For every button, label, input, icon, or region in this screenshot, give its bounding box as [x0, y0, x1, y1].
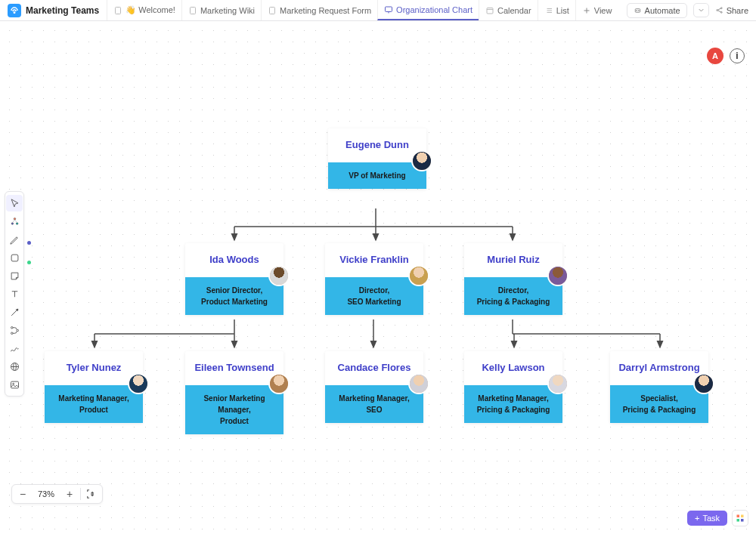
view-tabs: 👋 Welcome! Marketing Wiki Marketing Requ… — [107, 0, 618, 20]
tab-wiki[interactable]: Marketing Wiki — [181, 0, 261, 20]
share-label: Share — [727, 6, 748, 15]
svg-rect-1 — [116, 7, 121, 14]
org-chart: Eugene Dunn VP of Marketing Ida Woods Se… — [0, 21, 756, 534]
svg-rect-6 — [487, 8, 493, 14]
whiteboard-icon — [384, 5, 393, 14]
whiteboard-canvas[interactable]: A i − 73% + + Task — [0, 21, 756, 534]
node-title: VP of Marketing — [328, 162, 426, 189]
node-title: Specialist,Pricing & Packaging — [610, 385, 708, 423]
tab-label: View — [594, 6, 612, 15]
top-right-controls: Automate Share — [627, 3, 748, 18]
tab-label: Marketing Request Form — [280, 6, 371, 15]
org-node-eileen[interactable]: Eileen Townsend Senior Marketing Manager… — [185, 351, 284, 434]
svg-rect-3 — [270, 7, 275, 14]
avatar — [411, 150, 432, 171]
tab-label: Calendar — [497, 6, 531, 15]
node-title: Senior Director,Product Marketing — [185, 277, 284, 315]
svg-point-15 — [638, 11, 639, 11]
svg-point-18 — [720, 11, 722, 13]
node-title: Marketing Manager,Pricing & Packaging — [464, 385, 562, 423]
avatar — [128, 373, 149, 394]
plus-icon — [582, 6, 591, 15]
node-name: Muriel Ruiz — [487, 254, 539, 265]
org-node-tyler[interactable]: Tyler Nunez Marketing Manager,Product — [45, 351, 143, 423]
app-logo[interactable] — [8, 4, 21, 17]
avatar — [547, 373, 569, 394]
org-node-darryl[interactable]: Darryl Armstrong Specialist,Pricing & Pa… — [610, 351, 708, 423]
node-name: Eileen Townsend — [194, 362, 274, 373]
automate-button[interactable]: Automate — [627, 3, 687, 18]
chevron-down-icon — [697, 6, 705, 14]
node-name: Candace Flores — [338, 362, 411, 373]
automate-label: Automate — [645, 6, 680, 15]
tab-list[interactable]: List — [538, 0, 575, 20]
doc-icon — [188, 6, 197, 15]
avatar — [408, 265, 429, 286]
svg-line-20 — [717, 11, 720, 12]
avatar — [547, 265, 569, 286]
tab-request[interactable]: Marketing Request Form — [261, 0, 377, 20]
org-node-vickie[interactable]: Vickie Franklin Director,SEO Marketing — [325, 243, 423, 315]
top-navigation: Marketing Teams 👋 Welcome! Marketing Wik… — [0, 0, 756, 21]
node-title: Senior Marketing Manager,Product — [185, 385, 284, 434]
tab-label: Organizational Chart — [396, 5, 472, 14]
svg-point-17 — [720, 8, 722, 9]
tab-welcome[interactable]: 👋 Welcome! — [107, 0, 181, 20]
node-name: Darryl Armstrong — [618, 362, 699, 373]
node-name: Vickie Franklin — [339, 254, 409, 265]
org-node-eugene[interactable]: Eugene Dunn VP of Marketing — [328, 128, 426, 189]
svg-point-14 — [636, 11, 637, 11]
share-button[interactable]: Share — [715, 6, 748, 15]
tab-add-view[interactable]: View — [575, 0, 618, 20]
node-title: Marketing Manager,SEO — [325, 385, 423, 423]
node-title: Director,SEO Marketing — [325, 277, 423, 315]
org-node-kelly[interactable]: Kelly Lawson Marketing Manager,Pricing &… — [464, 351, 562, 423]
list-icon — [544, 6, 553, 15]
avatar — [268, 265, 290, 286]
node-name: Kelly Lawson — [482, 362, 544, 373]
node-name: Eugene Dunn — [345, 139, 409, 150]
doc-icon — [113, 6, 122, 15]
tab-calendar[interactable]: Calendar — [479, 0, 538, 20]
tab-label: Marketing Wiki — [200, 6, 255, 15]
svg-line-19 — [717, 8, 720, 10]
org-node-ida[interactable]: Ida Woods Senior Director,Product Market… — [185, 243, 284, 315]
avatar — [693, 373, 714, 394]
org-node-muriel[interactable]: Muriel Ruiz Director,Pricing & Packaging — [464, 243, 562, 315]
org-node-candace[interactable]: Candace Flores Marketing Manager,SEO — [325, 351, 423, 423]
tab-label: 👋 Welcome! — [125, 5, 175, 15]
svg-point-0 — [14, 11, 15, 13]
tab-orgchart[interactable]: Organizational Chart — [377, 0, 479, 20]
app-title: Marketing Teams — [26, 5, 99, 16]
node-title: Director,Pricing & Packaging — [464, 277, 562, 315]
node-name: Ida Woods — [209, 254, 259, 265]
doc-icon — [268, 6, 277, 15]
avatar — [268, 373, 290, 394]
calendar-icon — [485, 6, 494, 15]
tab-label: List — [556, 6, 569, 15]
node-title: Marketing Manager,Product — [45, 385, 143, 423]
robot-icon — [634, 6, 642, 14]
avatar — [408, 373, 429, 394]
node-name: Tyler Nunez — [67, 362, 122, 373]
automate-dropdown[interactable] — [693, 3, 709, 17]
share-icon — [715, 6, 723, 14]
svg-point-16 — [716, 10, 717, 11]
svg-rect-4 — [386, 7, 392, 12]
svg-rect-2 — [190, 7, 195, 14]
